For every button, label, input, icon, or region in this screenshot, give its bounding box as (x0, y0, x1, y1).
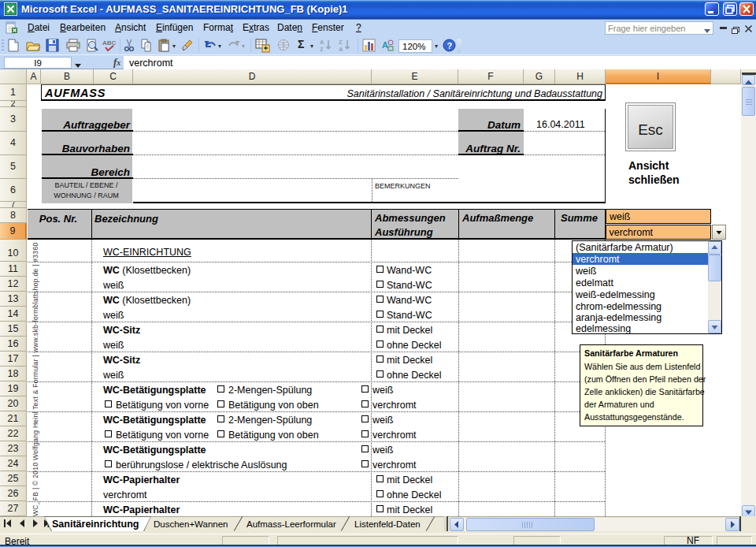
svg-text:Z: Z (339, 39, 343, 46)
svg-text:?: ? (447, 41, 453, 50)
svg-text:Z: Z (320, 46, 324, 52)
svg-text:ABC: ABC (102, 39, 117, 47)
svg-text:A: A (382, 40, 388, 50)
svg-text:A: A (320, 39, 324, 46)
svg-text:A: A (339, 46, 343, 52)
